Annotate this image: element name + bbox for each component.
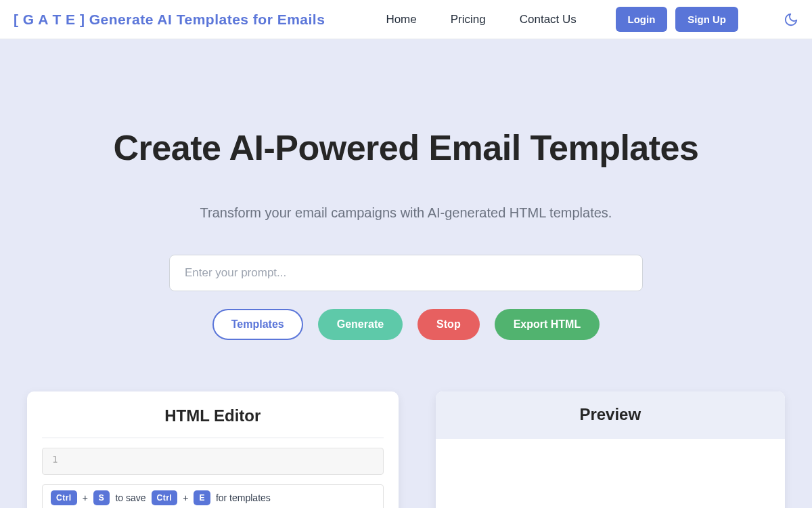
nav-contact[interactable]: Contact Us [520, 13, 577, 26]
hero-title: Create AI-Powered Email Templates [0, 127, 812, 168]
templates-button[interactable]: Templates [212, 309, 303, 340]
hero-section: Create AI-Powered Email Templates Transf… [0, 39, 812, 367]
kbd-ctrl-2: Ctrl [152, 490, 178, 505]
header-bar: [ G A T E ] Generate AI Templates for Em… [0, 0, 812, 39]
preview-panel: Preview [436, 391, 785, 508]
kbd-e: E [194, 490, 210, 505]
preview-header: Preview [436, 391, 785, 439]
kbd-s: S [93, 490, 110, 505]
nav-pricing[interactable]: Pricing [451, 13, 486, 26]
action-row: Templates Generate Stop Export HTML [0, 309, 812, 340]
export-html-button[interactable]: Export HTML [495, 309, 600, 340]
kbd-ctrl-1: Ctrl [51, 490, 77, 505]
kbd-plus-2: + [183, 492, 188, 503]
shortcut-hint: Ctrl + S to save Ctrl + E for templates [42, 484, 384, 508]
hint-for-templates: for templates [216, 492, 271, 503]
stop-button[interactable]: Stop [418, 309, 480, 340]
prompt-input[interactable] [169, 255, 643, 291]
line-number: 1 [52, 454, 58, 465]
nav-links: Home Pricing Contact Us [386, 13, 576, 26]
signup-button[interactable]: Sign Up [675, 7, 738, 32]
nav-home[interactable]: Home [386, 13, 416, 26]
preview-title: Preview [436, 405, 785, 424]
prompt-wrap [169, 255, 643, 291]
editor-panel: HTML Editor 1 Ctrl + S to save Ctrl + E … [27, 391, 399, 508]
generate-button[interactable]: Generate [318, 309, 403, 340]
editor-divider [42, 438, 384, 438]
code-editor[interactable]: 1 [42, 448, 384, 475]
moon-icon[interactable] [784, 12, 798, 27]
hero-subtitle: Transform your email campaigns with AI-g… [0, 205, 812, 221]
preview-body [436, 439, 785, 508]
kbd-plus-1: + [83, 492, 88, 503]
editor-title: HTML Editor [42, 406, 384, 425]
header-actions: Login Sign Up [616, 7, 799, 32]
login-button[interactable]: Login [616, 7, 668, 32]
panels-row: HTML Editor 1 Ctrl + S to save Ctrl + E … [0, 391, 812, 508]
brand-logo[interactable]: [ G A T E ] Generate AI Templates for Em… [14, 12, 325, 28]
hint-to-save: to save [115, 492, 145, 503]
